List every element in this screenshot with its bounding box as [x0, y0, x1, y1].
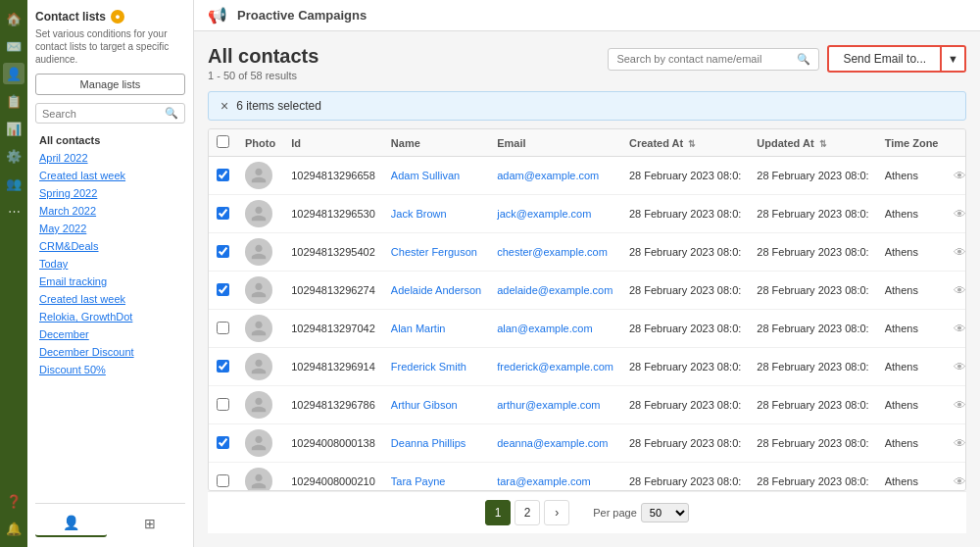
row-created: 28 February 2023 08:0: — [621, 424, 749, 463]
sidebar-title: Contact lists — [35, 10, 106, 24]
header-timezone: Time Zone — [877, 129, 947, 157]
sidebar-item[interactable]: CRM&Deals — [35, 237, 185, 255]
content-title-block: All contacts 1 - 50 of 58 results — [208, 45, 608, 81]
view-icon[interactable]: 👁 — [954, 436, 966, 451]
nav-email[interactable]: ✉️ — [3, 35, 24, 57]
row-checkbox-cell — [209, 157, 237, 195]
sidebar-item[interactable]: December — [35, 325, 185, 343]
contact-search-input[interactable] — [616, 53, 793, 65]
row-actions: 👁 — [946, 348, 966, 386]
sort-arrow-created: ⇅ — [688, 139, 696, 149]
row-checkbox[interactable] — [217, 245, 229, 258]
row-checkbox[interactable] — [217, 398, 229, 411]
nav-more[interactable]: ⋯ — [3, 200, 24, 222]
row-name: Tara Payne — [383, 463, 489, 492]
header-created-at[interactable]: Created At ⇅ — [621, 129, 749, 157]
view-icon[interactable]: 👁 — [954, 283, 966, 298]
sidebar-contacts-tab[interactable]: 👤 — [35, 510, 107, 537]
row-checkbox-cell — [209, 463, 237, 492]
table-row: 10294813295402 Chester Ferguson chester@… — [209, 233, 966, 272]
row-updated: 28 February 2023 08:0: — [749, 386, 876, 424]
row-checkbox[interactable] — [217, 474, 229, 487]
per-page-select[interactable]: 50 25 100 — [641, 503, 689, 522]
row-checkbox[interactable] — [217, 322, 229, 334]
row-created: 28 February 2023 08:0: — [621, 272, 749, 310]
sidebar-search: 🔍 — [35, 103, 185, 124]
header-name: Name — [383, 129, 489, 157]
view-icon[interactable]: 👁 — [954, 474, 966, 489]
nav-contacts[interactable]: 👤 — [3, 63, 24, 84]
sidebar-item[interactable]: December Discount — [35, 343, 185, 361]
sidebar-item[interactable]: Today — [35, 255, 185, 273]
sidebar-grid-tab[interactable]: ⊞ — [115, 510, 186, 537]
nav-help[interactable]: ❓ — [3, 490, 24, 512]
row-timezone: Athens — [877, 157, 947, 195]
sidebar-item[interactable]: April 2022 — [35, 149, 185, 167]
app-icon: 📢 — [208, 6, 227, 25]
nav-settings[interactable]: ⚙️ — [3, 145, 24, 167]
row-actions: 👁 — [946, 272, 966, 310]
row-checkbox[interactable] — [217, 436, 229, 449]
next-page-button[interactable]: › — [544, 500, 569, 525]
row-name: Arthur Gibson — [383, 386, 489, 424]
row-actions: 👁 — [946, 386, 966, 424]
row-created: 28 February 2023 08:0: — [621, 310, 749, 348]
row-photo — [237, 195, 283, 233]
row-id: 10294008000210 — [283, 463, 383, 492]
nav-stats[interactable]: 📊 — [3, 118, 24, 139]
row-checkbox[interactable] — [217, 207, 229, 220]
row-checkbox-cell — [209, 386, 237, 424]
header-email: Email — [489, 129, 621, 157]
row-photo — [237, 348, 283, 386]
nav-team[interactable]: 👥 — [3, 173, 24, 194]
row-updated: 28 February 2023 08:0: — [749, 463, 876, 492]
nav-campaigns[interactable]: 📋 — [3, 90, 24, 112]
sidebar-item[interactable]: March 2022 — [35, 202, 185, 220]
send-email-dropdown[interactable]: ▼ — [942, 45, 966, 73]
row-email: deanna@example.com — [489, 424, 621, 463]
nav-notifications[interactable]: 🔔 — [3, 518, 24, 539]
selection-count: 6 items selected — [236, 99, 321, 113]
nav-home[interactable]: 🏠 — [3, 8, 24, 29]
view-icon[interactable]: 👁 — [954, 322, 966, 336]
row-photo — [237, 463, 283, 492]
row-checkbox[interactable] — [217, 360, 229, 373]
close-selection-button[interactable]: × — [220, 98, 228, 114]
sidebar-item[interactable]: All contacts — [35, 131, 185, 149]
contacts-table-container: Photo Id Name Email Created At ⇅ Updated… — [208, 128, 966, 491]
send-email-button[interactable]: Send Email to... — [827, 45, 942, 73]
sidebar-item[interactable]: Spring 2022 — [35, 184, 185, 202]
view-icon[interactable]: 👁 — [954, 207, 966, 222]
sidebar-item[interactable]: Created last week — [35, 290, 185, 308]
row-name: Deanna Phillips — [383, 424, 489, 463]
sidebar-item[interactable]: May 2022 — [35, 220, 185, 237]
header-updated-at[interactable]: Updated At ⇅ — [749, 129, 876, 157]
avatar — [245, 200, 272, 227]
page-1-button[interactable]: 1 — [485, 500, 511, 525]
sidebar-item[interactable]: Discount 50% — [35, 361, 185, 378]
view-icon[interactable]: 👁 — [954, 360, 966, 374]
sidebar-item[interactable]: Relokia, GrowthDot — [35, 308, 185, 325]
page-2-button[interactable]: 2 — [514, 500, 540, 525]
row-name: Chester Ferguson — [383, 233, 489, 272]
view-icon[interactable]: 👁 — [954, 245, 966, 260]
search-icon: 🔍 — [165, 107, 178, 120]
avatar — [245, 391, 272, 419]
select-all-checkbox[interactable] — [217, 135, 229, 148]
nav-bar: 🏠 ✉️ 👤 📋 📊 ⚙️ 👥 ⋯ ❓ 🔔 — [0, 0, 27, 547]
sidebar-search-input[interactable] — [42, 108, 161, 120]
row-checkbox[interactable] — [217, 169, 229, 181]
row-checkbox[interactable] — [217, 283, 229, 296]
row-created: 28 February 2023 08:0: — [621, 463, 749, 492]
row-photo — [237, 233, 283, 272]
manage-lists-button[interactable]: Manage lists — [35, 74, 185, 95]
sidebar-description: Set various conditions for your contact … — [35, 27, 185, 66]
sidebar-item[interactable]: Email tracking — [35, 273, 185, 290]
row-email: alan@example.com — [489, 310, 621, 348]
view-icon[interactable]: 👁 — [954, 398, 966, 413]
view-icon[interactable]: 👁 — [954, 169, 966, 183]
avatar — [245, 238, 272, 266]
avatar — [245, 315, 272, 342]
sidebar-item[interactable]: Created last week — [35, 167, 185, 184]
row-timezone: Athens — [877, 463, 947, 492]
